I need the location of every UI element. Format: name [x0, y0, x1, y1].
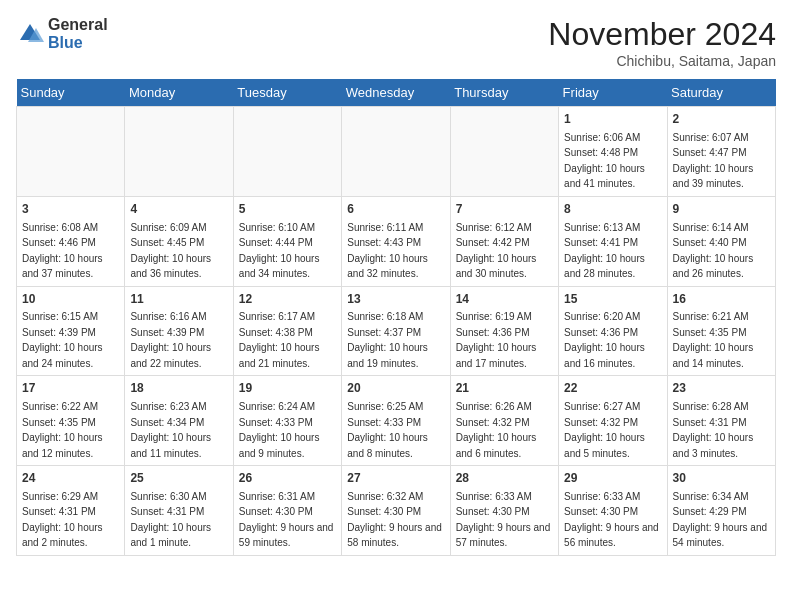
- day-info: Sunrise: 6:17 AM Sunset: 4:38 PM Dayligh…: [239, 311, 320, 369]
- calendar-cell: 8Sunrise: 6:13 AM Sunset: 4:41 PM Daylig…: [559, 196, 667, 286]
- day-number: 4: [130, 201, 227, 218]
- day-number: 16: [673, 291, 770, 308]
- calendar-cell: 11Sunrise: 6:16 AM Sunset: 4:39 PM Dayli…: [125, 286, 233, 376]
- day-of-week-header: Saturday: [667, 79, 775, 107]
- day-info: Sunrise: 6:12 AM Sunset: 4:42 PM Dayligh…: [456, 222, 537, 280]
- calendar-cell: 22Sunrise: 6:27 AM Sunset: 4:32 PM Dayli…: [559, 376, 667, 466]
- day-info: Sunrise: 6:16 AM Sunset: 4:39 PM Dayligh…: [130, 311, 211, 369]
- day-number: 10: [22, 291, 119, 308]
- calendar-cell: [125, 107, 233, 197]
- calendar-cell: 5Sunrise: 6:10 AM Sunset: 4:44 PM Daylig…: [233, 196, 341, 286]
- day-of-week-header: Monday: [125, 79, 233, 107]
- calendar-cell: 27Sunrise: 6:32 AM Sunset: 4:30 PM Dayli…: [342, 466, 450, 556]
- calendar-cell: 16Sunrise: 6:21 AM Sunset: 4:35 PM Dayli…: [667, 286, 775, 376]
- day-number: 25: [130, 470, 227, 487]
- day-info: Sunrise: 6:10 AM Sunset: 4:44 PM Dayligh…: [239, 222, 320, 280]
- logo: General Blue: [16, 16, 108, 51]
- day-number: 28: [456, 470, 553, 487]
- day-number: 3: [22, 201, 119, 218]
- day-number: 15: [564, 291, 661, 308]
- calendar-cell: [233, 107, 341, 197]
- day-of-week-header: Wednesday: [342, 79, 450, 107]
- day-info: Sunrise: 6:25 AM Sunset: 4:33 PM Dayligh…: [347, 401, 428, 459]
- calendar-cell: 9Sunrise: 6:14 AM Sunset: 4:40 PM Daylig…: [667, 196, 775, 286]
- calendar-cell: 21Sunrise: 6:26 AM Sunset: 4:32 PM Dayli…: [450, 376, 558, 466]
- day-number: 21: [456, 380, 553, 397]
- day-number: 29: [564, 470, 661, 487]
- calendar-cell: 13Sunrise: 6:18 AM Sunset: 4:37 PM Dayli…: [342, 286, 450, 376]
- day-info: Sunrise: 6:19 AM Sunset: 4:36 PM Dayligh…: [456, 311, 537, 369]
- day-info: Sunrise: 6:09 AM Sunset: 4:45 PM Dayligh…: [130, 222, 211, 280]
- day-info: Sunrise: 6:07 AM Sunset: 4:47 PM Dayligh…: [673, 132, 754, 190]
- calendar-cell: 4Sunrise: 6:09 AM Sunset: 4:45 PM Daylig…: [125, 196, 233, 286]
- day-info: Sunrise: 6:27 AM Sunset: 4:32 PM Dayligh…: [564, 401, 645, 459]
- calendar-cell: 6Sunrise: 6:11 AM Sunset: 4:43 PM Daylig…: [342, 196, 450, 286]
- day-info: Sunrise: 6:14 AM Sunset: 4:40 PM Dayligh…: [673, 222, 754, 280]
- logo-general-text: General: [48, 16, 108, 34]
- location: Chichibu, Saitama, Japan: [548, 53, 776, 69]
- day-info: Sunrise: 6:28 AM Sunset: 4:31 PM Dayligh…: [673, 401, 754, 459]
- day-number: 5: [239, 201, 336, 218]
- calendar-week-row: 24Sunrise: 6:29 AM Sunset: 4:31 PM Dayli…: [17, 466, 776, 556]
- day-info: Sunrise: 6:08 AM Sunset: 4:46 PM Dayligh…: [22, 222, 103, 280]
- month-year: November 2024: [548, 16, 776, 53]
- day-number: 8: [564, 201, 661, 218]
- logo-blue-text: Blue: [48, 34, 108, 52]
- day-number: 22: [564, 380, 661, 397]
- day-of-week-header: Tuesday: [233, 79, 341, 107]
- day-number: 6: [347, 201, 444, 218]
- day-info: Sunrise: 6:06 AM Sunset: 4:48 PM Dayligh…: [564, 132, 645, 190]
- calendar-cell: 20Sunrise: 6:25 AM Sunset: 4:33 PM Dayli…: [342, 376, 450, 466]
- day-info: Sunrise: 6:31 AM Sunset: 4:30 PM Dayligh…: [239, 491, 334, 549]
- day-number: 18: [130, 380, 227, 397]
- day-number: 20: [347, 380, 444, 397]
- header: General Blue November 2024 Chichibu, Sai…: [16, 16, 776, 69]
- day-number: 17: [22, 380, 119, 397]
- logo-icon: [16, 20, 44, 48]
- day-info: Sunrise: 6:32 AM Sunset: 4:30 PM Dayligh…: [347, 491, 442, 549]
- day-of-week-header: Sunday: [17, 79, 125, 107]
- day-number: 27: [347, 470, 444, 487]
- day-info: Sunrise: 6:29 AM Sunset: 4:31 PM Dayligh…: [22, 491, 103, 549]
- day-info: Sunrise: 6:33 AM Sunset: 4:30 PM Dayligh…: [564, 491, 659, 549]
- day-number: 7: [456, 201, 553, 218]
- day-info: Sunrise: 6:22 AM Sunset: 4:35 PM Dayligh…: [22, 401, 103, 459]
- calendar-cell: 15Sunrise: 6:20 AM Sunset: 4:36 PM Dayli…: [559, 286, 667, 376]
- calendar-cell: [17, 107, 125, 197]
- day-number: 2: [673, 111, 770, 128]
- calendar-week-row: 1Sunrise: 6:06 AM Sunset: 4:48 PM Daylig…: [17, 107, 776, 197]
- day-info: Sunrise: 6:20 AM Sunset: 4:36 PM Dayligh…: [564, 311, 645, 369]
- day-info: Sunrise: 6:21 AM Sunset: 4:35 PM Dayligh…: [673, 311, 754, 369]
- calendar-cell: 19Sunrise: 6:24 AM Sunset: 4:33 PM Dayli…: [233, 376, 341, 466]
- calendar-cell: 2Sunrise: 6:07 AM Sunset: 4:47 PM Daylig…: [667, 107, 775, 197]
- calendar-cell: 10Sunrise: 6:15 AM Sunset: 4:39 PM Dayli…: [17, 286, 125, 376]
- calendar-week-row: 17Sunrise: 6:22 AM Sunset: 4:35 PM Dayli…: [17, 376, 776, 466]
- calendar-cell: 3Sunrise: 6:08 AM Sunset: 4:46 PM Daylig…: [17, 196, 125, 286]
- day-info: Sunrise: 6:33 AM Sunset: 4:30 PM Dayligh…: [456, 491, 551, 549]
- day-of-week-header: Friday: [559, 79, 667, 107]
- day-info: Sunrise: 6:24 AM Sunset: 4:33 PM Dayligh…: [239, 401, 320, 459]
- day-number: 11: [130, 291, 227, 308]
- calendar-cell: 28Sunrise: 6:33 AM Sunset: 4:30 PM Dayli…: [450, 466, 558, 556]
- logo-text: General Blue: [48, 16, 108, 51]
- calendar-cell: 25Sunrise: 6:30 AM Sunset: 4:31 PM Dayli…: [125, 466, 233, 556]
- day-number: 13: [347, 291, 444, 308]
- calendar-cell: 24Sunrise: 6:29 AM Sunset: 4:31 PM Dayli…: [17, 466, 125, 556]
- day-info: Sunrise: 6:26 AM Sunset: 4:32 PM Dayligh…: [456, 401, 537, 459]
- day-number: 9: [673, 201, 770, 218]
- day-number: 24: [22, 470, 119, 487]
- title-area: November 2024 Chichibu, Saitama, Japan: [548, 16, 776, 69]
- day-number: 30: [673, 470, 770, 487]
- day-info: Sunrise: 6:23 AM Sunset: 4:34 PM Dayligh…: [130, 401, 211, 459]
- day-info: Sunrise: 6:11 AM Sunset: 4:43 PM Dayligh…: [347, 222, 428, 280]
- calendar-week-row: 10Sunrise: 6:15 AM Sunset: 4:39 PM Dayli…: [17, 286, 776, 376]
- calendar-cell: 30Sunrise: 6:34 AM Sunset: 4:29 PM Dayli…: [667, 466, 775, 556]
- day-info: Sunrise: 6:30 AM Sunset: 4:31 PM Dayligh…: [130, 491, 211, 549]
- calendar-cell: [450, 107, 558, 197]
- calendar-table: SundayMondayTuesdayWednesdayThursdayFrid…: [16, 79, 776, 556]
- calendar-cell: 23Sunrise: 6:28 AM Sunset: 4:31 PM Dayli…: [667, 376, 775, 466]
- calendar-cell: 1Sunrise: 6:06 AM Sunset: 4:48 PM Daylig…: [559, 107, 667, 197]
- day-info: Sunrise: 6:13 AM Sunset: 4:41 PM Dayligh…: [564, 222, 645, 280]
- calendar-cell: 18Sunrise: 6:23 AM Sunset: 4:34 PM Dayli…: [125, 376, 233, 466]
- day-info: Sunrise: 6:34 AM Sunset: 4:29 PM Dayligh…: [673, 491, 768, 549]
